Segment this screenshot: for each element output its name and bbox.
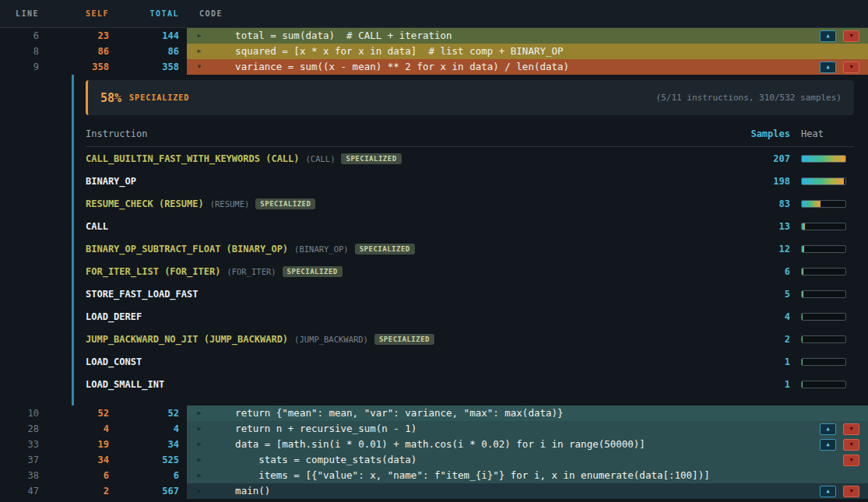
code-cell[interactable]: ▼ variance = sum((x - mean) ** 2 for x i… (187, 59, 868, 75)
instruction-samples: 2 (736, 334, 790, 345)
code-cell[interactable]: ▶ stats = compute_stats(data) ▼ (187, 452, 868, 468)
navigate-up-button[interactable]: ▲ (820, 486, 836, 497)
code-text: stats = compute_stats(data) (212, 452, 416, 468)
self-samples: 34 (47, 452, 117, 468)
expand-toggle-icon[interactable]: ▶ (187, 405, 212, 421)
row-nav-buttons: ▲ ▼ (820, 439, 859, 451)
specialized-badge: SPECIALIZED (283, 266, 343, 277)
instruction-heat-cell (790, 313, 854, 321)
table-header: LINE SELF TOTAL CODE (0, 0, 868, 28)
instruction-heat-cell (790, 381, 854, 388)
instruction-table-header: Instruction Samples Heat (86, 121, 854, 147)
line-number: 28 (0, 421, 47, 437)
header-code: CODE (187, 9, 868, 18)
expand-toggle-icon[interactable]: ▶ (187, 421, 212, 437)
expand-toggle-icon[interactable]: ▶ (187, 437, 212, 452)
header-total: TOTAL (117, 9, 187, 18)
instruction-row: BINARY_OP_SUBTRACT_FLOAT (BINARY_OP) (BI… (86, 237, 854, 260)
header-self: SELF (47, 9, 117, 18)
instruction-name-cell: BINARY_OP_SUBTRACT_FLOAT (BINARY_OP) (BI… (86, 244, 736, 255)
header-line: LINE (0, 9, 47, 18)
instruction-detail-panel: 58% SPECIALIZED (5/11 instructions, 310/… (72, 75, 868, 405)
total-samples: 144 (117, 28, 187, 44)
instruction-samples: 4 (736, 311, 790, 322)
instruction-name: LOAD_CONST (86, 356, 142, 367)
specialization-summary: 58% SPECIALIZED (5/11 instructions, 310/… (86, 80, 854, 115)
instruction-heat-cell (790, 223, 854, 230)
code-cell[interactable]: ▶ items = [{"value": x, "name": f"item_{… (187, 468, 868, 483)
code-text: return {"mean": mean, "var": variance, "… (212, 405, 564, 421)
instruction-name: STORE_FAST_LOAD_FAST (86, 289, 199, 300)
expand-toggle-icon[interactable]: ▶ (187, 483, 212, 499)
code-cell[interactable]: ▶ squared = [x * x for x in data] # list… (187, 44, 868, 59)
heat-bar (801, 223, 846, 230)
code-cell[interactable]: ▶ data = [math.sin(i * 0.01) + math.cos(… (187, 437, 868, 452)
heat-bar (801, 245, 846, 253)
self-samples: 2 (47, 483, 117, 499)
instruction-name: LOAD_DEREF (86, 311, 142, 322)
collapse-toggle-icon[interactable]: ▼ (187, 59, 212, 75)
code-row-line-10: 10 52 52 ▶ return {"mean": mean, "var": … (0, 405, 868, 421)
code-text: main() (212, 483, 270, 499)
expand-toggle-icon[interactable]: ▶ (187, 44, 212, 59)
heat-bar-fill (802, 291, 803, 297)
expand-toggle-icon[interactable]: ▶ (187, 28, 212, 44)
navigate-up-button[interactable]: ▲ (820, 61, 836, 73)
code-row-line-37: 37 34 525 ▶ stats = compute_stats(data) … (0, 452, 868, 468)
navigate-up-button[interactable]: ▲ (820, 30, 836, 42)
instruction-heat-cell (790, 155, 854, 163)
code-row-line-9: 9 358 358 ▼ variance = sum((x - mean) **… (0, 59, 868, 75)
self-samples: 86 (47, 44, 117, 59)
heat-bar (801, 381, 846, 388)
heat-bar-fill (802, 223, 805, 230)
line-number: 6 (0, 28, 47, 44)
self-samples: 23 (47, 28, 117, 44)
row-nav-buttons: ▲ ▼ (820, 486, 859, 497)
total-samples: 34 (117, 437, 187, 452)
instruction-family: (CALL) (306, 154, 336, 163)
line-number: 33 (0, 437, 47, 452)
navigate-down-button[interactable]: ▼ (843, 455, 859, 466)
code-cell[interactable]: ▶ return n + recursive_sum(n - 1) ▲ ▼ (187, 421, 868, 437)
code-row-line-6: 6 23 144 ▶ total = sum(data) # CALL + it… (0, 28, 868, 44)
instruction-family: (JUMP_BACKWARD) (294, 335, 368, 344)
navigate-down-button[interactable]: ▼ (843, 30, 859, 42)
heat-bar-fill (802, 201, 821, 207)
navigate-down-button[interactable]: ▼ (843, 423, 859, 435)
instruction-name-cell: BINARY_OP (86, 176, 736, 187)
row-nav-buttons: ▼ (843, 455, 859, 466)
navigate-down-button[interactable]: ▼ (843, 439, 859, 451)
instruction-heat-cell (790, 245, 854, 253)
code-text: variance = sum((x - mean) ** 2 for x in … (212, 59, 569, 75)
total-samples: 567 (117, 483, 187, 499)
code-row-line-47: 47 2 567 ▶ main() ▲ ▼ (0, 483, 868, 499)
line-number: 47 (0, 483, 47, 499)
expand-toggle-icon[interactable]: ▶ (187, 468, 212, 483)
instruction-family: (BINARY_OP) (294, 244, 349, 254)
instruction-samples: 207 (736, 153, 790, 164)
expand-toggle-icon[interactable]: ▶ (187, 452, 212, 468)
navigate-up-button[interactable]: ▲ (820, 439, 836, 451)
instruction-heat-cell (790, 268, 854, 276)
heat-bar-fill (802, 178, 844, 184)
line-number: 8 (0, 44, 47, 59)
code-cell[interactable]: ▶ main() ▲ ▼ (187, 483, 868, 499)
specialized-badge: SPECIALIZED (355, 244, 415, 255)
instruction-name: JUMP_BACKWARD_NO_JIT (JUMP_BACKWARD) (86, 334, 288, 345)
code-row-line-8: 8 86 86 ▶ squared = [x * x for x in data… (0, 44, 868, 59)
code-cell[interactable]: ▶ total = sum(data) # CALL + iteration ▲… (187, 28, 868, 44)
navigate-up-button[interactable]: ▲ (820, 423, 836, 435)
navigate-down-button[interactable]: ▼ (843, 486, 859, 497)
code-text: data = [math.sin(i * 0.01) + math.cos(i … (212, 437, 645, 452)
total-samples: 6 (117, 468, 187, 483)
instruction-row: RESUME_CHECK (RESUME) (RESUME) SPECIALIZ… (86, 192, 854, 215)
code-row-line-28: 28 4 4 ▶ return n + recursive_sum(n - 1)… (0, 421, 868, 437)
navigate-down-button[interactable]: ▼ (843, 61, 859, 73)
instruction-samples: 1 (736, 356, 790, 367)
heat-bar (801, 290, 846, 298)
profiler-app: LINE SELF TOTAL CODE 6 23 144 ▶ total = … (0, 0, 868, 502)
instruction-row: FOR_ITER_LIST (FOR_ITER) (FOR_ITER) SPEC… (86, 260, 854, 283)
instruction-heat-cell (790, 335, 854, 343)
instruction-name-cell: CALL (86, 221, 736, 232)
code-cell[interactable]: ▶ return {"mean": mean, "var": variance,… (187, 405, 868, 421)
